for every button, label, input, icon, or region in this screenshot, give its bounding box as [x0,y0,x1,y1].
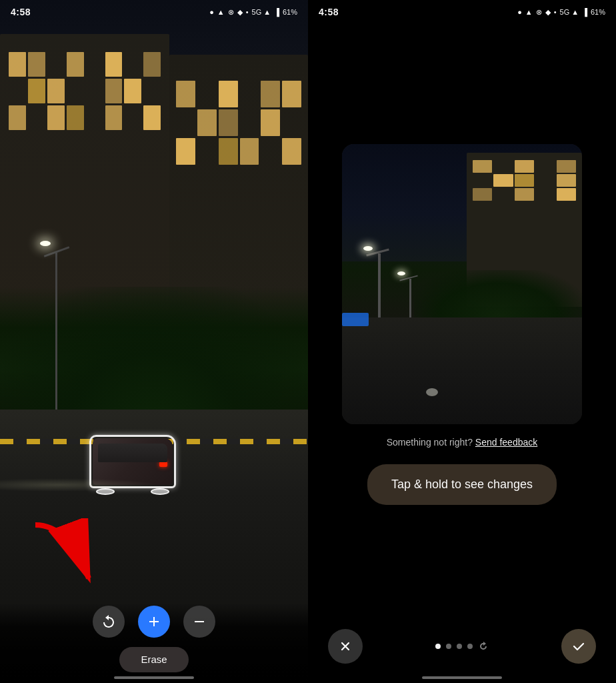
battery-right: 61% [591,8,605,16]
photo-preview[interactable] [342,144,582,424]
time-left: 4:58 [11,7,31,17]
road-item [426,388,438,396]
location-icon-r: ◆ [545,8,551,17]
redo-icon [478,641,489,652]
link-icon: ⊗ [228,8,234,17]
undo-button[interactable] [93,606,125,638]
right-street-bulb-2 [397,271,405,275]
right-panel: 4:58 ● ▲ ⊗ ◆ • 5G ▲ ▐ 61% [308,0,616,683]
status-icons-right: ● ▲ ⊗ ◆ • 5G ▲ ▐ 61% [517,8,605,17]
confirm-button[interactable] [561,629,596,664]
erase-label: Erase [141,654,167,665]
light-reflection [0,478,158,492]
whatsapp-icon: ● [209,8,214,16]
battery-left: 61% [283,8,297,16]
feedback-static-text: Something not right? [387,437,475,448]
location-icon: ◆ [237,8,243,17]
feedback-container: Something not right? Send feedback [387,436,538,448]
time-right: 4:58 [319,7,339,17]
wifi-icon-r: ▲ [525,8,533,16]
status-bar-right: 4:58 ● ▲ ⊗ ◆ • 5G ▲ ▐ 61% [308,0,616,24]
tap-hold-text: Tap & hold to see changes [391,478,533,491]
wifi-icon: ▲ [217,8,225,16]
add-button[interactable] [138,606,170,638]
dot-icon: • [246,8,249,16]
network-left: 5G ▲ [252,8,271,16]
street-light-bulb-1 [40,241,51,246]
signal-icon-left: ▐ [274,8,279,16]
toolbar-buttons [93,606,215,638]
whatsapp-icon-r: ● [517,8,522,16]
status-bar-left: 4:58 ● ▲ ⊗ ◆ • 5G ▲ ▐ 61% [0,0,308,24]
bus [342,313,369,326]
send-feedback-link[interactable]: Send feedback [475,437,537,448]
tap-hold-card[interactable]: Tap & hold to see changes [367,464,557,505]
bottom-action-bar [308,623,616,683]
erase-button[interactable]: Erase [119,647,188,672]
right-street-bulb-1 [363,246,373,251]
dot-2 [446,644,451,649]
dot-1 [435,644,441,649]
right-scene [342,144,582,424]
signal-icon-right: ▐ [582,8,587,16]
dot-icon-r: • [554,8,557,16]
dot-4 [467,644,473,649]
close-button[interactable] [328,629,363,664]
left-panel: 4:58 ● ▲ ⊗ ◆ • 5G ▲ ▐ 61% [0,0,308,683]
status-icons-left: ● ▲ ⊗ ◆ • 5G ▲ ▐ 61% [209,8,297,17]
photo-preview-container [342,144,582,424]
bottom-toolbar-left: Erase [0,603,308,683]
link-icon-r: ⊗ [536,8,542,17]
minus-button[interactable] [183,606,215,638]
nav-indicator-right [422,676,502,679]
red-arrow [15,518,109,601]
right-road [342,317,582,424]
dot-3 [457,644,462,649]
network-right: 5G ▲ [560,8,579,16]
dots-pagination [435,641,489,652]
nav-indicator-left [114,676,194,679]
